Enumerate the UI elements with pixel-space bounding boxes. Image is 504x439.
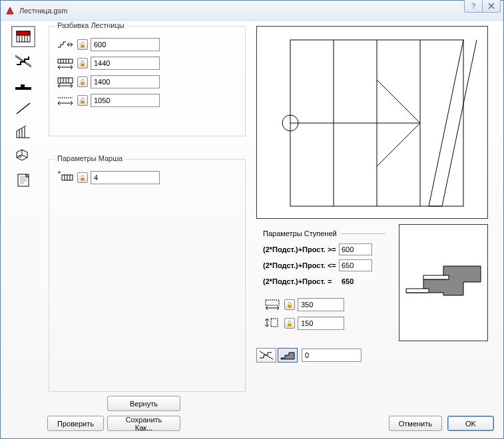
tab-listing[interactable] [11,170,35,191]
svg-rect-23 [58,78,73,83]
svg-rect-49 [271,319,278,327]
app-icon [5,5,15,16]
toggle-style-b[interactable] [278,348,298,363]
dialog-window: Лестница.gsm ? [0,0,504,439]
close-button[interactable] [482,0,501,13]
separator [341,233,385,234]
window-title: Лестница.gsm [19,7,67,15]
icon-run-width [56,37,75,52]
rule-eq-label: (2*Подст.)+Прост. = [263,277,336,285]
input-length-2[interactable] [91,75,160,88]
svg-line-44 [429,40,463,206]
rule-le-label: (2*Подст.)+Прост. <= [263,261,336,269]
svg-text:*: * [58,171,61,178]
svg-line-43 [377,123,420,166]
tab-breakdown[interactable] [11,26,35,47]
svg-rect-47 [266,300,279,305]
input-step-count[interactable] [91,171,160,184]
tread-icon [263,297,282,312]
svg-rect-17 [58,59,73,63]
titlebar: Лестница.gsm ? [1,1,503,21]
icon-step-count: * [56,170,75,185]
help-button[interactable]: ? [464,0,483,13]
input-run-width[interactable] [91,38,160,51]
lock-icon[interactable]: 🔓 [77,76,88,87]
group-march: Параметры Марша * 🔓 [49,159,246,392]
svg-rect-51 [406,289,429,293]
rule-ge-label: (2*Подст.)+Прост. >= [263,245,336,253]
preview-step [399,224,488,341]
svg-rect-1 [17,31,30,35]
tab-railing[interactable] [11,122,35,143]
svg-line-45 [442,40,477,206]
svg-line-10 [19,156,22,158]
input-offset[interactable] [302,349,362,362]
input-riser[interactable] [298,317,344,330]
tab-profile[interactable] [11,74,35,95]
input-tread[interactable] [298,298,344,311]
lock-icon[interactable]: 🔓 [77,172,88,183]
saveas-button[interactable]: Сохранить Как... [107,416,180,431]
tab-section[interactable] [11,50,35,71]
input-length-3[interactable] [91,94,160,107]
tab-slope[interactable] [11,98,35,119]
check-button[interactable]: Проверить [47,416,104,431]
group-steps: Параметры Ступеней (2*Подст.)+Прост. >= … [256,224,392,341]
lock-icon[interactable]: 🔓 [284,299,295,310]
offset-toggle-row [256,348,362,363]
group-breakdown-title: Разбивка Лестницы [55,21,127,29]
icon-length-1 [56,56,75,71]
rule-le-input[interactable] [339,259,372,271]
side-tab-strip [10,26,37,191]
ok-button[interactable]: OK [447,416,494,431]
lock-icon[interactable]: 🔓 [77,95,88,106]
revert-button[interactable]: Вернуть [107,396,180,411]
rule-eq-value: 650 [339,277,354,285]
riser-icon [263,316,282,331]
group-march-title: Параметры Марша [55,154,125,162]
group-steps-title: Параметры Ступеней [263,229,337,237]
rule-ge-input[interactable] [339,243,372,255]
svg-line-8 [17,103,30,114]
svg-line-42 [377,80,420,123]
dialog-content: Разбивка Лестницы 🔓 🔓 🔓 🔓 [1,21,503,438]
svg-rect-52 [423,275,449,279]
icon-length-3 [56,93,75,108]
preview-plan [256,26,488,219]
tab-3d[interactable] [11,146,35,167]
lock-icon[interactable]: 🔓 [77,39,88,50]
icon-length-2 [56,74,75,89]
group-breakdown: Разбивка Лестницы 🔓 🔓 🔓 🔓 [49,26,246,136]
cancel-button[interactable]: Отменить [389,416,442,431]
input-length-1[interactable] [91,57,160,70]
lock-icon[interactable]: 🔓 [77,58,88,69]
lock-icon[interactable]: 🔓 [284,318,295,329]
toggle-style-a[interactable] [256,348,276,363]
